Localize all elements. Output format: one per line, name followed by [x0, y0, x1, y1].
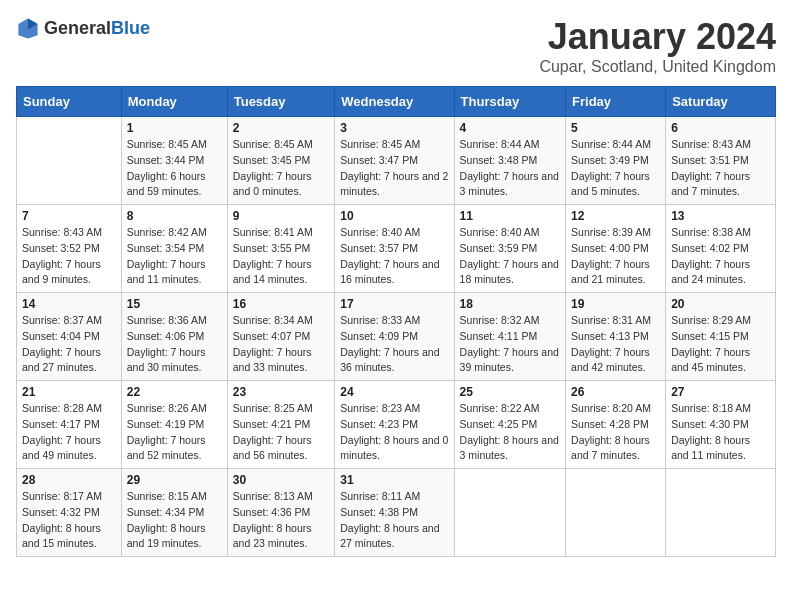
day-number: 15	[127, 297, 222, 311]
calendar-cell: 2Sunrise: 8:45 AMSunset: 3:45 PMDaylight…	[227, 117, 335, 205]
day-info: Sunrise: 8:44 AMSunset: 3:48 PMDaylight:…	[460, 137, 560, 200]
col-monday: Monday	[121, 87, 227, 117]
week-row-4: 21Sunrise: 8:28 AMSunset: 4:17 PMDayligh…	[17, 381, 776, 469]
calendar-cell: 5Sunrise: 8:44 AMSunset: 3:49 PMDaylight…	[566, 117, 666, 205]
calendar-cell: 13Sunrise: 8:38 AMSunset: 4:02 PMDayligh…	[666, 205, 776, 293]
day-info: Sunrise: 8:43 AMSunset: 3:52 PMDaylight:…	[22, 225, 116, 288]
calendar-cell: 28Sunrise: 8:17 AMSunset: 4:32 PMDayligh…	[17, 469, 122, 557]
day-number: 29	[127, 473, 222, 487]
calendar-cell: 7Sunrise: 8:43 AMSunset: 3:52 PMDaylight…	[17, 205, 122, 293]
day-number: 14	[22, 297, 116, 311]
calendar-cell: 22Sunrise: 8:26 AMSunset: 4:19 PMDayligh…	[121, 381, 227, 469]
day-info: Sunrise: 8:41 AMSunset: 3:55 PMDaylight:…	[233, 225, 330, 288]
day-info: Sunrise: 8:39 AMSunset: 4:00 PMDaylight:…	[571, 225, 660, 288]
week-row-2: 7Sunrise: 8:43 AMSunset: 3:52 PMDaylight…	[17, 205, 776, 293]
day-number: 26	[571, 385, 660, 399]
day-info: Sunrise: 8:11 AMSunset: 4:38 PMDaylight:…	[340, 489, 448, 552]
day-number: 31	[340, 473, 448, 487]
calendar-cell: 29Sunrise: 8:15 AMSunset: 4:34 PMDayligh…	[121, 469, 227, 557]
calendar-cell: 9Sunrise: 8:41 AMSunset: 3:55 PMDaylight…	[227, 205, 335, 293]
day-number: 13	[671, 209, 770, 223]
calendar-cell	[454, 469, 565, 557]
calendar-table: Sunday Monday Tuesday Wednesday Thursday…	[16, 86, 776, 557]
day-info: Sunrise: 8:44 AMSunset: 3:49 PMDaylight:…	[571, 137, 660, 200]
day-info: Sunrise: 8:34 AMSunset: 4:07 PMDaylight:…	[233, 313, 330, 376]
location-subtitle: Cupar, Scotland, United Kingdom	[539, 58, 776, 76]
calendar-cell: 31Sunrise: 8:11 AMSunset: 4:38 PMDayligh…	[335, 469, 454, 557]
day-info: Sunrise: 8:45 AMSunset: 3:45 PMDaylight:…	[233, 137, 330, 200]
calendar-cell: 24Sunrise: 8:23 AMSunset: 4:23 PMDayligh…	[335, 381, 454, 469]
calendar-cell: 3Sunrise: 8:45 AMSunset: 3:47 PMDaylight…	[335, 117, 454, 205]
day-info: Sunrise: 8:40 AMSunset: 3:57 PMDaylight:…	[340, 225, 448, 288]
day-info: Sunrise: 8:18 AMSunset: 4:30 PMDaylight:…	[671, 401, 770, 464]
calendar-cell: 4Sunrise: 8:44 AMSunset: 3:48 PMDaylight…	[454, 117, 565, 205]
day-number: 20	[671, 297, 770, 311]
logo-blue: Blue	[111, 18, 150, 38]
day-number: 10	[340, 209, 448, 223]
calendar-cell: 18Sunrise: 8:32 AMSunset: 4:11 PMDayligh…	[454, 293, 565, 381]
day-number: 5	[571, 121, 660, 135]
day-info: Sunrise: 8:42 AMSunset: 3:54 PMDaylight:…	[127, 225, 222, 288]
calendar-cell: 14Sunrise: 8:37 AMSunset: 4:04 PMDayligh…	[17, 293, 122, 381]
day-info: Sunrise: 8:15 AMSunset: 4:34 PMDaylight:…	[127, 489, 222, 552]
day-number: 30	[233, 473, 330, 487]
calendar-cell: 19Sunrise: 8:31 AMSunset: 4:13 PMDayligh…	[566, 293, 666, 381]
logo-text: GeneralBlue	[44, 18, 150, 39]
col-tuesday: Tuesday	[227, 87, 335, 117]
day-number: 21	[22, 385, 116, 399]
calendar-cell: 20Sunrise: 8:29 AMSunset: 4:15 PMDayligh…	[666, 293, 776, 381]
day-info: Sunrise: 8:13 AMSunset: 4:36 PMDaylight:…	[233, 489, 330, 552]
col-wednesday: Wednesday	[335, 87, 454, 117]
day-info: Sunrise: 8:45 AMSunset: 3:44 PMDaylight:…	[127, 137, 222, 200]
day-number: 23	[233, 385, 330, 399]
day-number: 28	[22, 473, 116, 487]
calendar-cell	[666, 469, 776, 557]
col-saturday: Saturday	[666, 87, 776, 117]
calendar-cell	[566, 469, 666, 557]
day-number: 6	[671, 121, 770, 135]
calendar-cell: 21Sunrise: 8:28 AMSunset: 4:17 PMDayligh…	[17, 381, 122, 469]
logo-general: General	[44, 18, 111, 38]
day-number: 9	[233, 209, 330, 223]
col-friday: Friday	[566, 87, 666, 117]
day-number: 11	[460, 209, 560, 223]
day-number: 27	[671, 385, 770, 399]
day-number: 7	[22, 209, 116, 223]
title-area: January 2024 Cupar, Scotland, United Kin…	[539, 16, 776, 76]
calendar-cell: 6Sunrise: 8:43 AMSunset: 3:51 PMDaylight…	[666, 117, 776, 205]
day-number: 12	[571, 209, 660, 223]
calendar-cell: 10Sunrise: 8:40 AMSunset: 3:57 PMDayligh…	[335, 205, 454, 293]
day-number: 1	[127, 121, 222, 135]
day-info: Sunrise: 8:33 AMSunset: 4:09 PMDaylight:…	[340, 313, 448, 376]
day-info: Sunrise: 8:37 AMSunset: 4:04 PMDaylight:…	[22, 313, 116, 376]
day-info: Sunrise: 8:38 AMSunset: 4:02 PMDaylight:…	[671, 225, 770, 288]
day-info: Sunrise: 8:26 AMSunset: 4:19 PMDaylight:…	[127, 401, 222, 464]
calendar-cell: 11Sunrise: 8:40 AMSunset: 3:59 PMDayligh…	[454, 205, 565, 293]
day-info: Sunrise: 8:40 AMSunset: 3:59 PMDaylight:…	[460, 225, 560, 288]
page-header: GeneralBlue January 2024 Cupar, Scotland…	[16, 16, 776, 76]
day-number: 17	[340, 297, 448, 311]
day-info: Sunrise: 8:36 AMSunset: 4:06 PMDaylight:…	[127, 313, 222, 376]
calendar-cell	[17, 117, 122, 205]
month-title: January 2024	[539, 16, 776, 58]
day-number: 4	[460, 121, 560, 135]
calendar-cell: 1Sunrise: 8:45 AMSunset: 3:44 PMDaylight…	[121, 117, 227, 205]
day-number: 16	[233, 297, 330, 311]
calendar-cell: 17Sunrise: 8:33 AMSunset: 4:09 PMDayligh…	[335, 293, 454, 381]
day-number: 24	[340, 385, 448, 399]
day-number: 18	[460, 297, 560, 311]
col-sunday: Sunday	[17, 87, 122, 117]
calendar-cell: 15Sunrise: 8:36 AMSunset: 4:06 PMDayligh…	[121, 293, 227, 381]
day-number: 25	[460, 385, 560, 399]
week-row-1: 1Sunrise: 8:45 AMSunset: 3:44 PMDaylight…	[17, 117, 776, 205]
calendar-cell: 8Sunrise: 8:42 AMSunset: 3:54 PMDaylight…	[121, 205, 227, 293]
calendar-cell: 26Sunrise: 8:20 AMSunset: 4:28 PMDayligh…	[566, 381, 666, 469]
day-info: Sunrise: 8:22 AMSunset: 4:25 PMDaylight:…	[460, 401, 560, 464]
logo: GeneralBlue	[16, 16, 150, 40]
calendar-header-row: Sunday Monday Tuesday Wednesday Thursday…	[17, 87, 776, 117]
col-thursday: Thursday	[454, 87, 565, 117]
calendar-cell: 25Sunrise: 8:22 AMSunset: 4:25 PMDayligh…	[454, 381, 565, 469]
calendar-cell: 16Sunrise: 8:34 AMSunset: 4:07 PMDayligh…	[227, 293, 335, 381]
day-info: Sunrise: 8:17 AMSunset: 4:32 PMDaylight:…	[22, 489, 116, 552]
day-number: 19	[571, 297, 660, 311]
